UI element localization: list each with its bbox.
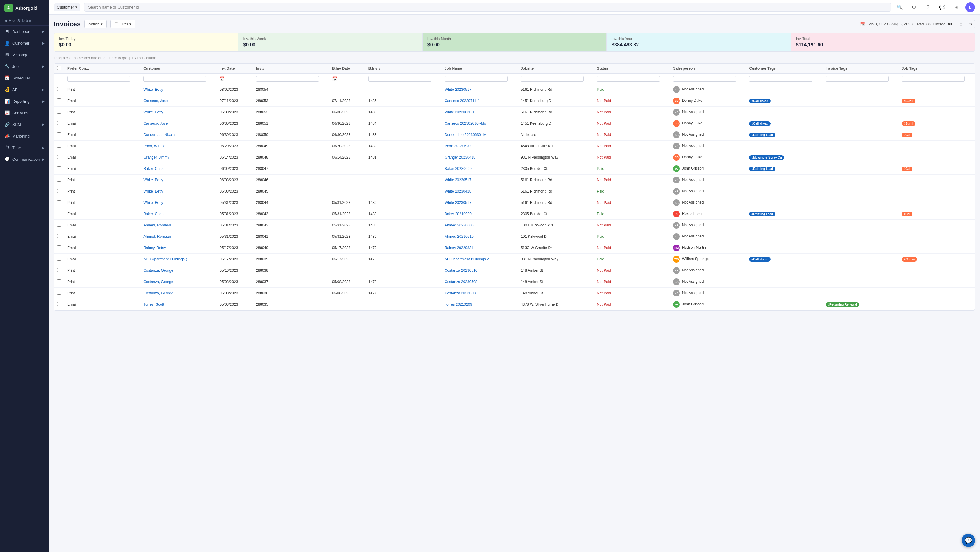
- column-header-9[interactable]: Status: [594, 63, 670, 74]
- customer-link[interactable]: White, Betty: [143, 178, 163, 182]
- customer-link[interactable]: Canseco, Jose: [143, 121, 167, 125]
- column-header-5[interactable]: B.Inv Date: [329, 63, 365, 74]
- column-filter-input[interactable]: [902, 76, 965, 82]
- row-checkbox[interactable]: [57, 234, 61, 238]
- row-checkbox[interactable]: [57, 268, 61, 272]
- column-filter-input[interactable]: [749, 76, 812, 82]
- chat-icon[interactable]: 💬: [937, 2, 947, 12]
- grid-icon[interactable]: ⊞: [951, 2, 961, 12]
- job-link[interactable]: White 20230428: [445, 189, 471, 194]
- column-header-0[interactable]: [54, 63, 64, 74]
- column-header-7[interactable]: Job Name: [442, 63, 518, 74]
- sidebar-item-job[interactable]: 🔧 Job ▶: [0, 60, 49, 72]
- job-link[interactable]: Costanza 20230508: [445, 280, 477, 284]
- columns-view-icon[interactable]: ⊞: [957, 20, 965, 29]
- customer-link[interactable]: Baker, Chris: [143, 212, 163, 216]
- column-header-10[interactable]: Salesperson: [670, 63, 746, 74]
- customer-link[interactable]: Canseco, Jose: [143, 99, 167, 103]
- customer-link[interactable]: Baker, Chris: [143, 167, 163, 171]
- job-link[interactable]: Costanza 20230508: [445, 291, 477, 295]
- customer-link[interactable]: White, Betty: [143, 87, 163, 92]
- row-checkbox[interactable]: [57, 144, 61, 148]
- customer-link[interactable]: Ahmed, Romaan: [143, 223, 171, 227]
- sidebar-item-time[interactable]: ⏱ Time ▶: [0, 142, 49, 154]
- job-link[interactable]: Costanza 20230516: [445, 268, 477, 273]
- filter-button[interactable]: ☰ Filter ▾: [110, 19, 135, 29]
- row-checkbox[interactable]: [57, 87, 61, 91]
- job-link[interactable]: White 20230517: [445, 178, 471, 182]
- row-checkbox[interactable]: [57, 98, 61, 102]
- user-avatar[interactable]: D: [965, 2, 975, 12]
- sidebar-item-analytics[interactable]: 📈 Analytics: [0, 107, 49, 119]
- job-link[interactable]: Canseco 202302030--Mo: [445, 121, 486, 125]
- sidebar-item-scm[interactable]: 🔗 SCM ▶: [0, 119, 49, 130]
- column-filter-input[interactable]: [445, 76, 508, 82]
- column-header-12[interactable]: Invoice Tags: [822, 63, 899, 74]
- job-link[interactable]: Granger 20230418: [445, 155, 476, 160]
- customer-link[interactable]: White, Betty: [143, 110, 163, 114]
- row-checkbox[interactable]: [57, 246, 61, 249]
- row-checkbox[interactable]: [57, 166, 61, 170]
- row-checkbox[interactable]: [57, 155, 61, 159]
- column-header-2[interactable]: Customer: [140, 63, 216, 74]
- row-checkbox[interactable]: [57, 279, 61, 283]
- customer-link[interactable]: ABC Apartment Buildings (: [143, 257, 187, 261]
- row-checkbox[interactable]: [57, 189, 61, 193]
- job-link[interactable]: Rainey 20220831: [445, 246, 473, 250]
- row-checkbox[interactable]: [57, 200, 61, 204]
- row-checkbox[interactable]: [57, 211, 61, 216]
- row-checkbox[interactable]: [57, 132, 61, 136]
- search-type-dropdown[interactable]: Customer ▾: [54, 3, 80, 11]
- job-link[interactable]: Pooh 20230620: [445, 144, 471, 148]
- row-checkbox[interactable]: [57, 302, 61, 306]
- sidebar-item-marketing[interactable]: 📣 Marketing: [0, 130, 49, 142]
- hide-sidebar-toggle[interactable]: ◀ Hide Side bar: [0, 16, 49, 26]
- column-header-4[interactable]: Inv #: [253, 63, 329, 74]
- customer-link[interactable]: White, Betty: [143, 200, 163, 205]
- search-icon[interactable]: 🔍: [895, 2, 905, 12]
- row-checkbox[interactable]: [57, 178, 61, 182]
- job-link[interactable]: White 20230517: [445, 200, 471, 205]
- date-range-picker[interactable]: 📅 Feb 8, 2023 - Aug 8, 2023: [860, 22, 913, 26]
- search-input[interactable]: [84, 3, 891, 12]
- calendar-icon[interactable]: 📅: [332, 76, 337, 81]
- column-filter-input[interactable]: [673, 76, 736, 82]
- live-chat-button[interactable]: 💬: [962, 534, 975, 547]
- row-checkbox[interactable]: [57, 223, 61, 227]
- sidebar-item-scheduler[interactable]: 📅 Scheduler: [0, 72, 49, 84]
- select-all-checkbox[interactable]: [57, 66, 61, 70]
- column-header-13[interactable]: Job Tags: [899, 63, 975, 74]
- customer-link[interactable]: Costanza, George: [143, 291, 173, 295]
- sidebar-item-communication[interactable]: 💬 Communication ▶: [0, 154, 49, 165]
- job-link[interactable]: White 20230630-1: [445, 110, 474, 114]
- job-link[interactable]: ABC Apartment Buildings 2: [445, 257, 489, 261]
- row-checkbox[interactable]: [57, 110, 61, 114]
- customer-link[interactable]: Costanza, George: [143, 268, 173, 273]
- column-filter-input[interactable]: [597, 76, 660, 82]
- column-filter-input[interactable]: [369, 76, 431, 82]
- sidebar-item-reporting[interactable]: 📊 Reporting ▶: [0, 95, 49, 107]
- row-checkbox[interactable]: [57, 291, 61, 295]
- column-filter-input[interactable]: [67, 76, 130, 82]
- column-header-6[interactable]: B.Inv #: [365, 63, 442, 74]
- column-header-11[interactable]: Customer Tags: [746, 63, 822, 74]
- customer-link[interactable]: Torres, Scott: [143, 302, 164, 306]
- row-checkbox[interactable]: [57, 121, 61, 125]
- column-filter-input[interactable]: [143, 76, 207, 82]
- customer-link[interactable]: White, Betty: [143, 189, 163, 194]
- calendar-icon[interactable]: 📅: [220, 76, 225, 81]
- column-filter-input[interactable]: [521, 76, 584, 82]
- row-checkbox[interactable]: [57, 257, 61, 261]
- sidebar-item-message[interactable]: ✉ Message: [0, 49, 49, 60]
- customer-link[interactable]: Ahmed, Romaan: [143, 235, 171, 239]
- sidebar-item-ar[interactable]: 💰 AR ▶: [0, 84, 49, 95]
- job-link[interactable]: Torres 20210209: [445, 302, 472, 306]
- column-filter-input[interactable]: [826, 76, 889, 82]
- job-link[interactable]: Baker 20230609: [445, 167, 471, 171]
- column-header-8[interactable]: Jobsite: [518, 63, 594, 74]
- column-header-1[interactable]: Prefer Con...: [64, 63, 140, 74]
- help-icon[interactable]: ?: [923, 2, 933, 12]
- customer-link[interactable]: Rainey, Betsy: [143, 246, 166, 250]
- eye-icon[interactable]: 👁: [967, 20, 975, 29]
- job-link[interactable]: Ahmed 20210510: [445, 235, 474, 239]
